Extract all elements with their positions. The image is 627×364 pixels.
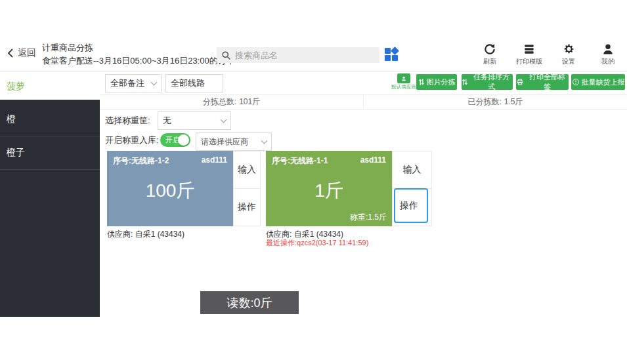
- print-all-labels-button[interactable]: 打印全部标签: [516, 74, 569, 90]
- total-sorting-value: 101斤: [239, 96, 260, 108]
- settings-label: 设置: [562, 57, 575, 66]
- search-icon: [221, 51, 231, 60]
- scale-reading-toast: 读数:0斤: [200, 291, 299, 314]
- back-button[interactable]: 返回: [7, 47, 36, 59]
- stats-bar: 分拣总数: 101斤 已分拣数: 1.5斤: [100, 94, 627, 110]
- person-icon: [601, 43, 615, 56]
- supplier-select[interactable]: 请选择供应商: [196, 132, 272, 151]
- default-supplier-button[interactable]: 默认供应商: [390, 73, 418, 91]
- sorted-value: 1.5斤: [504, 96, 523, 108]
- line-filter-value: 全部线路: [171, 77, 205, 89]
- chevron-down-icon: [221, 117, 227, 123]
- toggle-knob: [178, 134, 189, 146]
- back-label: 返回: [18, 47, 36, 59]
- search-input[interactable]: [235, 51, 366, 60]
- remark-filter-value: 全部备注: [110, 77, 144, 89]
- batch-stockout-button[interactable]: 批量缺货上报: [571, 74, 625, 90]
- card-quantity: 100斤: [107, 178, 233, 203]
- alert-circle-icon: [572, 78, 580, 86]
- image-sorting-label: 图片分拣: [427, 77, 456, 87]
- sidebar-item-orange2[interactable]: 橙子: [0, 136, 100, 170]
- print-template-icon: [523, 43, 536, 56]
- total-sorting-stat: 分拣总数: 101斤: [100, 95, 363, 109]
- weigh-toggle-label: 开启称重入库:: [105, 131, 159, 150]
- task-order-label: 任务排序方式: [470, 72, 513, 92]
- line-filter-select[interactable]: 全部线路: [165, 74, 223, 92]
- profile-button[interactable]: 我的: [593, 43, 623, 66]
- refresh-icon: [483, 43, 496, 56]
- input-button[interactable]: 输入: [234, 152, 260, 188]
- card-weight: 称重:1.5斤: [350, 212, 387, 223]
- operate-button[interactable]: 操作: [234, 188, 260, 226]
- card-quantity: 1斤: [266, 178, 392, 203]
- basket-select[interactable]: 无: [158, 111, 231, 130]
- card-serial: 序号:无线路-1-1: [272, 155, 328, 167]
- card-tag: asd111: [202, 155, 227, 167]
- supplier-badge-icon: [397, 73, 410, 83]
- total-sorting-label: 分拣总数:: [203, 96, 236, 108]
- task-card-2[interactable]: 序号:无线路-1-1 asd111 1斤 称重:1.5斤: [266, 151, 392, 226]
- profile-label: 我的: [601, 57, 615, 66]
- back-chevron-icon: [7, 49, 14, 58]
- operate-button-focused[interactable]: 操作: [394, 188, 428, 223]
- sidebar: 橙 橙子: [0, 100, 100, 317]
- basket-label: 选择称重筐:: [105, 111, 150, 130]
- search-box[interactable]: [217, 47, 379, 63]
- task-order-button[interactable]: 任务排序方式: [462, 74, 513, 90]
- gear-icon: [562, 43, 575, 56]
- card-tag: asd111: [360, 155, 386, 167]
- sort-arrows-icon: [418, 78, 425, 86]
- default-supplier-label: 默认供应商: [391, 83, 417, 90]
- basket-value: 无: [163, 115, 171, 127]
- printer-icon: [516, 78, 524, 86]
- apps-grid-icon[interactable]: [384, 47, 399, 62]
- title-block: 计重商品分拣 食堂客户配送--3月16日05:00~3月16日23:00的订单: [42, 41, 235, 68]
- remark-filter-select[interactable]: 全部备注: [105, 74, 162, 92]
- input-button[interactable]: 输入: [393, 152, 431, 188]
- settings-button[interactable]: 设置: [553, 43, 584, 66]
- card-serial: 序号:无线路-1-2: [113, 155, 169, 167]
- print-template-label: 打印模版: [516, 57, 542, 66]
- chevron-down-icon: [151, 79, 158, 86]
- chevron-down-icon: [261, 138, 268, 144]
- card-1-actions: 输入 操作: [233, 151, 261, 226]
- batch-stockout-label: 批量缺货上报: [582, 77, 625, 87]
- sort-arrows-icon: [462, 78, 468, 86]
- sidebar-item-pineapple-selected[interactable]: 菠萝: [0, 73, 100, 100]
- weigh-toggle[interactable]: 开启: [160, 133, 190, 147]
- page-title: 计重商品分拣: [42, 41, 235, 54]
- card-1-supplier: 供应商: 自采1 (43434): [107, 229, 184, 240]
- supplier-placeholder: 请选择供应商: [201, 136, 248, 148]
- refresh-label: 刷新: [483, 57, 496, 66]
- sidebar-item-orange[interactable]: 橙: [0, 103, 100, 136]
- image-sorting-button[interactable]: 图片分拣: [416, 74, 457, 90]
- print-template-button[interactable]: 打印模版: [514, 43, 544, 66]
- sorted-stat: 已分拣数: 1.5斤: [363, 95, 627, 109]
- sorted-label: 已分拣数:: [467, 96, 501, 108]
- print-all-labels-label: 打印全部标签: [526, 72, 569, 92]
- header: 返回 计重商品分拣 食堂客户配送--3月16日05:00~3月16日23:00的…: [0, 37, 627, 72]
- card-2-last-operation: 最近操作:qzcs2(03-17 11:41:59): [266, 238, 368, 248]
- page-subtitle: 食堂客户配送--3月16日05:00~3月16日23:00的订单: [42, 54, 235, 68]
- refresh-button[interactable]: 刷新: [475, 43, 505, 66]
- task-card-1[interactable]: 序号:无线路-1-2 asd111 100斤: [107, 151, 233, 226]
